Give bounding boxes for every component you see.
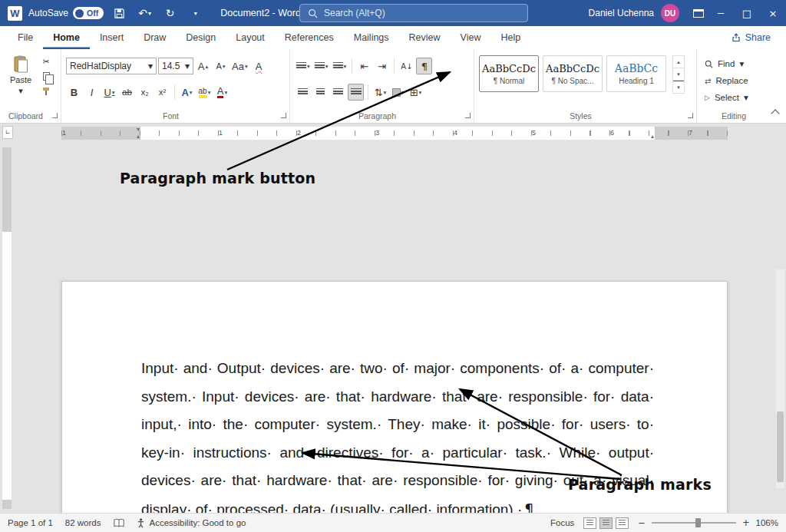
- vertical-ruler[interactable]: [2, 147, 12, 509]
- replace-button[interactable]: ⇄ Replace: [702, 72, 766, 89]
- editing-group-label: Editing: [697, 111, 771, 121]
- document-text[interactable]: Input· and· Output· devices· are· two· o…: [141, 355, 654, 532]
- undo-button[interactable]: ↶▾: [135, 3, 154, 23]
- scrollbar-thumb[interactable]: [777, 411, 784, 482]
- tab-selector-button[interactable]: ∟: [2, 126, 13, 139]
- zoom-slider-thumb[interactable]: [695, 518, 701, 527]
- styles-gallery-expand-button[interactable]: ▾: [673, 81, 684, 93]
- italic-button[interactable]: I: [84, 84, 100, 101]
- minimize-button[interactable]: ─: [708, 0, 734, 26]
- select-button[interactable]: ▷ Select ▾: [702, 89, 766, 106]
- document-page[interactable]: Input· and· Output· devices· are· two· o…: [61, 281, 728, 532]
- paste-button[interactable]: Paste ▾: [5, 55, 37, 97]
- font-color-button[interactable]: A▾: [214, 84, 230, 101]
- tab-insert[interactable]: Insert: [90, 26, 134, 49]
- right-indent-marker[interactable]: ▴: [651, 134, 654, 140]
- styles-scroll-up-button[interactable]: ▴: [673, 56, 684, 68]
- clipboard-dialog-launcher-icon[interactable]: [52, 113, 58, 118]
- decrease-indent-button[interactable]: ⇤: [356, 58, 372, 74]
- style-heading-1[interactable]: AaBbCc Heading 1: [606, 55, 666, 92]
- text-effects-button[interactable]: A▾: [179, 84, 195, 101]
- search-box[interactable]: Search (Alt+Q): [299, 4, 528, 22]
- highlight-button[interactable]: ab▾: [196, 84, 213, 101]
- left-indent-marker[interactable]: ▴: [137, 134, 140, 140]
- font-family-combobox[interactable]: RedHatDisplay ▾: [66, 58, 157, 74]
- increase-indent-button[interactable]: ⇥: [374, 58, 390, 74]
- align-center-button[interactable]: [312, 84, 329, 101]
- grow-font-button[interactable]: A▴: [195, 58, 211, 74]
- document-canvas[interactable]: Input· and· Output· devices· are· two· o…: [0, 124, 786, 513]
- font-dialog-launcher-icon[interactable]: [281, 113, 286, 118]
- focus-button[interactable]: Focus: [550, 518, 574, 527]
- tab-view[interactable]: View: [451, 26, 491, 49]
- tab-help[interactable]: Help: [490, 26, 530, 49]
- font-family-value: RedHatDisplay: [70, 61, 131, 71]
- first-line-indent-marker[interactable]: ▾: [137, 127, 140, 133]
- ribbon-display-options-button[interactable]: [689, 3, 708, 23]
- vertical-scrollbar[interactable]: [776, 269, 784, 488]
- tab-references[interactable]: References: [275, 26, 344, 49]
- share-button[interactable]: Share: [732, 26, 771, 49]
- cut-button[interactable]: ✂: [38, 55, 54, 68]
- maximize-button[interactable]: □: [734, 0, 760, 26]
- tab-layout[interactable]: Layout: [226, 26, 275, 49]
- print-layout-button[interactable]: [599, 517, 613, 529]
- user-name[interactable]: Daniel Uchenna: [589, 8, 654, 18]
- paragraph-dialog-launcher-icon[interactable]: [465, 113, 471, 118]
- find-button[interactable]: Find ▾: [702, 55, 766, 72]
- bullets-button[interactable]: ▾: [295, 58, 312, 74]
- clear-formatting-button[interactable]: A: [251, 58, 267, 74]
- paragraph-marks-button[interactable]: ¶: [416, 58, 432, 74]
- autosave-toggle[interactable]: AutoSave Off: [28, 7, 104, 19]
- style-no-spacing[interactable]: AaBbCcDc ¶ No Spac...: [543, 55, 603, 92]
- read-mode-button[interactable]: [583, 517, 596, 529]
- borders-button[interactable]: ⊞▾: [408, 84, 424, 101]
- shading-button[interactable]: ▾: [390, 84, 406, 101]
- tab-mailings[interactable]: Mailings: [344, 26, 399, 49]
- zoom-in-button[interactable]: +: [742, 517, 750, 528]
- align-right-button[interactable]: [330, 84, 346, 101]
- style-normal[interactable]: AaBbCcDc ¶ Normal: [479, 55, 539, 92]
- align-left-button[interactable]: [295, 84, 311, 101]
- tab-design[interactable]: Design: [176, 26, 226, 49]
- quick-access-overflow-button[interactable]: ▾: [186, 3, 205, 23]
- tab-draw[interactable]: Draw: [134, 26, 176, 49]
- horizontal-ruler[interactable]: 1 1 2 3 4 5 6 7 ▾ ▴ ▴: [61, 127, 728, 140]
- zoom-slider[interactable]: [652, 522, 736, 524]
- change-case-button[interactable]: Aa▾: [230, 58, 249, 74]
- subscript-button[interactable]: x₂: [137, 84, 153, 101]
- zoom-level[interactable]: 106%: [756, 518, 778, 527]
- avatar[interactable]: DU: [661, 4, 679, 22]
- bold-button[interactable]: B: [66, 84, 82, 101]
- strikethrough-button[interactable]: ab: [119, 84, 135, 101]
- tab-file[interactable]: File: [8, 26, 43, 49]
- word-logo-icon[interactable]: W: [8, 6, 22, 21]
- collapse-ribbon-icon[interactable]: [771, 109, 779, 117]
- word-count[interactable]: 82 words: [65, 518, 101, 527]
- underline-button[interactable]: U▾: [101, 84, 117, 101]
- web-layout-button[interactable]: [616, 517, 629, 529]
- styles-scroll-down-button[interactable]: ▾: [673, 68, 684, 81]
- format-painter-button[interactable]: [38, 84, 54, 97]
- paragraph-1[interactable]: Input· and· Output· devices· are· two· o…: [141, 355, 654, 524]
- close-button[interactable]: ×: [760, 0, 786, 26]
- tab-home[interactable]: Home: [43, 26, 90, 49]
- sort-button[interactable]: A↓: [398, 58, 414, 74]
- zoom-out-button[interactable]: −: [638, 517, 646, 528]
- save-button[interactable]: [110, 3, 129, 23]
- redo-button[interactable]: ↻: [160, 3, 180, 23]
- superscript-button[interactable]: x²: [154, 84, 170, 101]
- proofing-icon[interactable]: [114, 518, 124, 528]
- justify-button[interactable]: [348, 84, 364, 101]
- page-indicator[interactable]: Page 1 of 1: [8, 518, 53, 527]
- numbering-button[interactable]: ▾: [313, 58, 330, 74]
- copy-button[interactable]: [38, 70, 54, 83]
- accessibility-status[interactable]: Accessibility: Good to go: [137, 518, 246, 528]
- line-spacing-button[interactable]: ⇅▾: [372, 84, 388, 101]
- cut-icon: ✂: [43, 57, 50, 67]
- styles-dialog-launcher-icon[interactable]: [688, 113, 693, 118]
- multilevel-list-button[interactable]: ▾: [332, 58, 348, 74]
- tab-review[interactable]: Review: [399, 26, 451, 49]
- shrink-font-button[interactable]: A▾: [213, 58, 229, 74]
- font-size-combobox[interactable]: 14.5 ▾: [158, 58, 193, 74]
